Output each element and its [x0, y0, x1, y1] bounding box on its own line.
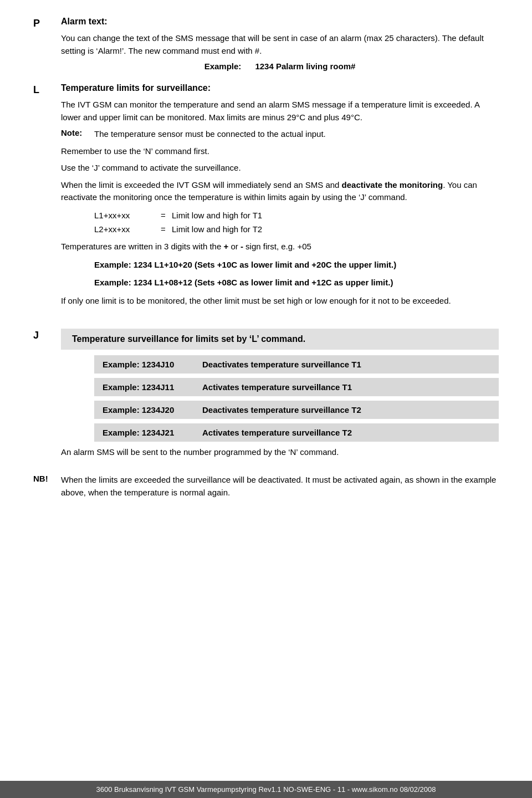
section-p-letter: P [33, 17, 61, 78]
section-p-text1: You can change the text of the SMS messa… [61, 32, 499, 57]
section-l-para4-start: When the limit is exceeded the IVT GSM w… [61, 180, 342, 190]
j-examples: Example: 1234J10 Deactivates temperature… [94, 355, 499, 442]
section-p-example: Example: 1234 Palarm living room# [61, 62, 499, 71]
limit1-cmd: L1+xx+xx [94, 211, 161, 220]
section-l-title: Temperature limits for surveillance: [61, 83, 499, 93]
section-l-para4: When the limit is exceeded the IVT GSM w… [61, 179, 499, 204]
section-j: J Temperature surveillance for limits se… [33, 329, 499, 463]
limit-table: L1+xx+xx = Limit low and high for T1 L2+… [94, 211, 499, 234]
nb-body: When the limits are exceeded the surveil… [61, 474, 499, 499]
footer-text: 3600 Bruksanvisning IVT GSM Varmepumpsty… [96, 785, 436, 794]
note-body: The temperature sensor must be connected… [94, 128, 499, 141]
limit2-cmd: L2+xx+xx [94, 224, 161, 234]
j-ex2-label: Example: 1234J11 [103, 382, 202, 392]
note-label: Note: [61, 128, 94, 141]
section-l-letter: L [33, 83, 61, 312]
section-j-last: An alarm SMS will be sent to the number … [61, 446, 499, 459]
section-p: P Alarm text: You can change the text of… [33, 17, 499, 78]
temp-note: Temperatures are written in 3 digits wit… [61, 241, 499, 253]
limit2-eq: = [161, 224, 172, 234]
j-ex3-desc: Deactivates temperature surveillance T2 [202, 405, 361, 415]
j-ex1-label: Example: 1234J10 [103, 360, 202, 369]
j-ex4-label: Example: 1234J21 [103, 428, 202, 437]
j-ex2-desc: Activates temperature surveillance T1 [202, 382, 352, 392]
j-ex4-desc: Activates temperature surveillance T2 [202, 428, 352, 437]
limit-row-1: L1+xx+xx = Limit low and high for T1 [94, 211, 499, 220]
section-j-title-box: Temperature surveillance for limits set … [61, 329, 499, 350]
section-l-text1: The IVT GSM can monitor the temperature … [61, 99, 499, 124]
j-ex3-label: Example: 1234J20 [103, 405, 202, 415]
example-1-bold: Example: 1234 L1+10+20 (Sets +10C as low… [94, 258, 499, 272]
section-l-body: Temperature limits for surveillance: The… [61, 83, 499, 312]
section-p-body: Alarm text: You can change the text of t… [61, 17, 499, 78]
j-ex-row-1: Example: 1234J10 Deactivates temperature… [94, 355, 499, 374]
example-label-p: Example: [204, 62, 242, 71]
section-j-body: Temperature surveillance for limits set … [61, 329, 499, 463]
section-l-para4-bold: deactivate the monitoring [342, 180, 443, 190]
note-row: Note: The temperature sensor must be con… [61, 128, 499, 141]
example-2-bold: Example: 1234 L1+08+12 (Sets +08C as low… [94, 276, 499, 289]
j-ex-row-4: Example: 1234J21 Activates temperature s… [94, 423, 499, 442]
section-j-letter: J [33, 329, 61, 463]
section-l-last: If only one limit is to be monitored, th… [61, 295, 499, 308]
nb-label: NB! [33, 474, 61, 499]
limit1-desc: Limit low and high for T1 [172, 211, 262, 220]
limit2-desc: Limit low and high for T2 [172, 224, 262, 234]
section-l-para2: Remember to use the ‘N’ command first. [61, 145, 499, 158]
section-l: L Temperature limits for surveillance: T… [33, 83, 499, 312]
section-j-title: Temperature surveillance for limits set … [72, 334, 305, 344]
limit1-eq: = [161, 211, 172, 220]
section-p-title: Alarm text: [61, 17, 499, 27]
limit-row-2: L2+xx+xx = Limit low and high for T2 [94, 224, 499, 234]
j-ex-row-2: Example: 1234J11 Activates temperature s… [94, 378, 499, 396]
nb-section: NB! When the limits are exceeded the sur… [33, 474, 499, 499]
section-l-para3: Use the ‘J’ command to activate the surv… [61, 162, 499, 175]
example-value-p: 1234 Palarm living room# [255, 62, 355, 71]
page-footer: 3600 Bruksanvisning IVT GSM Varmepumpsty… [0, 781, 532, 798]
j-ex-row-3: Example: 1234J20 Deactivates temperature… [94, 401, 499, 419]
j-ex1-desc: Deactivates temperature surveillance T1 [202, 360, 361, 369]
